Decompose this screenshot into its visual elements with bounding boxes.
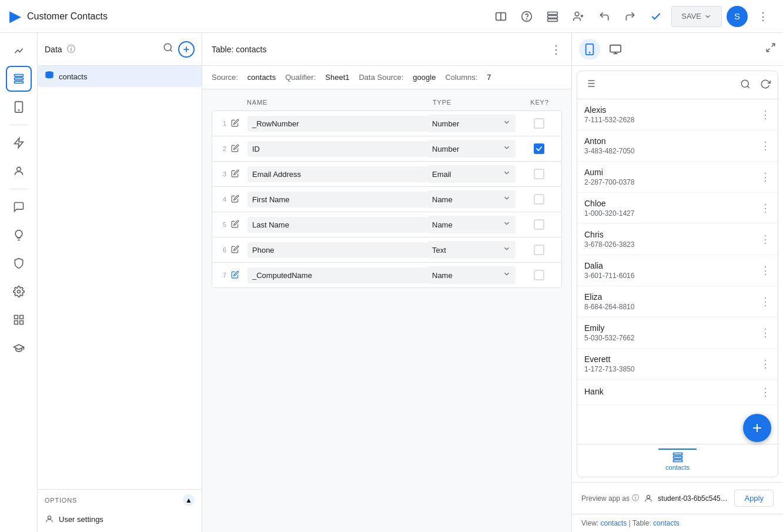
sidebar-icon-shield[interactable] (6, 250, 32, 276)
contact-more-icon[interactable]: ⋮ (760, 170, 771, 183)
add-user-icon-btn[interactable] (568, 6, 589, 27)
table-header-more-icon[interactable]: ⋮ (550, 42, 562, 56)
contact-more-icon[interactable]: ⋮ (760, 108, 771, 121)
table-row: 3Email (212, 162, 561, 187)
data-panel-options: OPTIONS ▲ User settings (38, 489, 202, 532)
contact-more-icon[interactable]: ⋮ (760, 295, 771, 308)
row-edit-icon[interactable] (231, 270, 247, 280)
contact-list-item[interactable]: Chloe1-000-320-1427⋮ (577, 193, 778, 224)
top-bar: ▶ Customer Contacts SAVE S ⋮ (0, 0, 783, 33)
source-label: Source: (212, 73, 238, 82)
sidebar-icon-bulb[interactable] (6, 222, 32, 248)
contact-more-icon[interactable]: ⋮ (760, 357, 771, 370)
row-name-input[interactable] (247, 217, 427, 233)
sidebar-icon-graduation[interactable] (6, 335, 32, 361)
row-key-checkbox[interactable] (521, 219, 557, 230)
sidebar-icon-mobile[interactable] (6, 94, 32, 120)
add-table-button[interactable] (178, 41, 195, 58)
row-edit-icon[interactable] (231, 245, 247, 255)
more-menu-button[interactable]: ⋮ (752, 6, 774, 27)
contact-more-icon[interactable]: ⋮ (760, 386, 771, 399)
contact-name: Anton (584, 136, 760, 146)
check-icon-btn[interactable] (645, 6, 667, 27)
row-edit-icon[interactable] (231, 220, 247, 230)
row-key-checkbox[interactable] (521, 194, 557, 205)
contact-list-item[interactable]: Chris3-678-026-3823⋮ (577, 224, 778, 255)
sidebar-icon-connections[interactable] (6, 38, 32, 63)
contact-more-icon[interactable]: ⋮ (760, 233, 771, 246)
row-type-dropdown[interactable]: Text (427, 241, 516, 259)
row-edit-icon[interactable] (231, 195, 247, 205)
svg-point-16 (17, 290, 20, 293)
row-key-checkbox[interactable] (521, 143, 557, 154)
row-type-dropdown[interactable]: Name (427, 190, 516, 208)
row-edit-icon[interactable] (231, 144, 247, 154)
undo-icon-btn[interactable] (594, 6, 615, 27)
row-edit-icon[interactable] (231, 119, 247, 129)
data-panel: Data ⓘ contacts OPTIONS ▲ (38, 33, 202, 532)
sidebar-icon-chat[interactable] (6, 194, 32, 220)
row-name-input[interactable] (247, 116, 427, 132)
options-collapse-button[interactable]: ▲ (183, 494, 195, 506)
preview-search-icon[interactable] (740, 79, 751, 91)
preview-bottom-nav: contacts (577, 444, 778, 477)
contact-more-icon[interactable]: ⋮ (760, 264, 771, 277)
contact-more-icon[interactable]: ⋮ (760, 139, 771, 152)
nav-tab-contacts[interactable]: contacts (658, 449, 697, 473)
contact-more-icon[interactable]: ⋮ (760, 326, 771, 339)
row-key-checkbox[interactable] (521, 169, 557, 179)
table-contacts-link[interactable]: contacts (653, 519, 680, 527)
row-type-dropdown[interactable]: Number (427, 140, 516, 158)
expand-panel-button[interactable] (765, 42, 776, 56)
avatar[interactable]: S (727, 6, 748, 27)
layers-icon-btn[interactable] (542, 6, 563, 27)
save-button[interactable]: SAVE (671, 6, 722, 27)
contact-list-item[interactable]: Anton3-483-482-7050⋮ (577, 131, 778, 162)
row-key-checkbox[interactable] (521, 270, 557, 280)
preview-refresh-icon[interactable] (760, 79, 771, 91)
sidebar-icon-settings[interactable] (6, 279, 32, 305)
row-name-input[interactable] (247, 141, 427, 157)
data-search-icon[interactable] (163, 42, 173, 56)
row-edit-icon[interactable] (231, 169, 247, 179)
sidebar-icon-gallery[interactable] (6, 307, 32, 333)
contact-list-item[interactable]: Eliza8-684-264-8810⋮ (577, 286, 778, 317)
data-item-contacts[interactable]: contacts (38, 66, 202, 87)
columns-header: NAME TYPE KEY? (212, 99, 562, 111)
sidebar-icon-data[interactable] (6, 66, 32, 92)
nav-tab-icon (672, 452, 684, 464)
table-row: 1Number (212, 111, 561, 136)
preview-filter-icon[interactable] (584, 78, 596, 92)
row-type-dropdown[interactable]: Name (427, 266, 516, 284)
apply-button[interactable]: Apply (734, 490, 774, 507)
row-name-input[interactable] (247, 192, 427, 208)
row-type-dropdown[interactable]: Number (427, 115, 516, 132)
help-icon-btn[interactable] (516, 6, 537, 27)
contact-list-item[interactable]: Hank⋮ (577, 380, 778, 405)
contact-list-item[interactable]: Emily5-030-532-7662⋮ (577, 317, 778, 349)
row-key-checkbox[interactable] (521, 245, 557, 255)
contact-list-item[interactable]: Alexis7-111-532-2628⋮ (577, 99, 778, 131)
contact-more-icon[interactable]: ⋮ (760, 202, 771, 215)
add-contact-fab[interactable]: + (743, 414, 771, 442)
row-type-dropdown[interactable]: Email (427, 165, 516, 183)
contact-list-item[interactable]: Dalia3-601-711-6016⋮ (577, 255, 778, 286)
view-contacts-link[interactable]: contacts (600, 519, 627, 527)
table-header-title: Table: contacts (212, 45, 266, 54)
redo-icon-btn[interactable] (620, 6, 641, 27)
row-type-dropdown[interactable]: Name (427, 216, 516, 233)
contact-list-item[interactable]: Everett1-172-713-3850⋮ (577, 349, 778, 380)
row-name-input[interactable] (247, 267, 427, 283)
mobile-view-toggle[interactable] (579, 39, 600, 60)
sidebar-icon-users[interactable] (6, 158, 32, 184)
row-name-input[interactable] (247, 242, 427, 258)
row-name-input[interactable] (247, 166, 427, 182)
desktop-view-toggle[interactable] (605, 39, 626, 60)
row-key-checkbox[interactable] (521, 118, 557, 129)
user-settings-item[interactable]: User settings (45, 511, 195, 527)
contact-list-item[interactable]: Aumi2-287-700-0378⋮ (577, 162, 778, 193)
main-layout: Data ⓘ contacts OPTIONS ▲ (0, 33, 783, 532)
table-row: 5Name (212, 212, 561, 237)
preview-icon-btn[interactable] (490, 6, 511, 27)
sidebar-icon-automation[interactable] (6, 130, 32, 156)
